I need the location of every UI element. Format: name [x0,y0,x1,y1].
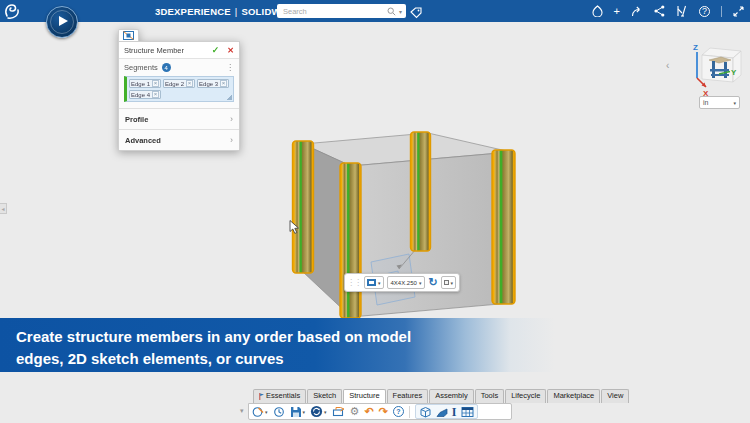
segment-chip[interactable]: Edge 3 × [197,79,229,88]
segment-chip[interactable]: Edge 4 × [129,90,161,99]
help-button[interactable]: ? [393,406,404,417]
resize-handle[interactable] [227,95,232,100]
fullscreen-toggle-icon[interactable] [733,6,744,17]
alignment-button[interactable]: ▾ [441,276,457,289]
structure-member-icon [123,31,134,40]
segments-selection-list[interactable]: Edge 1 × Edge 2 × Edge 3 × Edge 4 × [124,76,234,102]
orientation-triad[interactable]: Z X Y [693,43,741,98]
design-tools-icon[interactable] [676,5,688,17]
collapse-panel-icon[interactable]: ‹ [666,60,669,71]
tab-view[interactable]: View [601,389,629,403]
segment-chip[interactable]: Edge 2 × [163,79,195,88]
units-value: in [703,99,708,106]
segment-chip[interactable]: Edge 1 × [129,79,161,88]
brand-separator: | [235,6,238,17]
tab-lifecycle[interactable]: Lifecycle [505,389,546,403]
banner-line2: edges, 2D sketch elements, or curves [16,348,750,370]
rotate-profile-icon[interactable]: ↻ [428,277,437,288]
new-design-icon [252,406,264,418]
chevron-down-icon: ▾ [378,280,381,286]
frame-table-icon[interactable] [461,406,474,418]
mouse-cursor [289,220,299,234]
profile-shape-icon [367,279,376,286]
tag-icon[interactable] [410,7,422,19]
undo-icon[interactable]: ↶ [364,406,373,417]
alignment-icon [444,280,449,285]
tab-marketplace[interactable]: Marketplace [547,389,600,403]
export-icon [332,406,345,418]
tab-tools[interactable]: Tools [475,389,505,403]
context-mini-toolbar[interactable]: ⋮⋮ ▾ 4X4X.250 ▾ ↻ ▾ [344,273,460,292]
ribbon-tabs: Essentials Sketch Structure Features Ass… [253,389,629,403]
flag-icon [259,393,264,400]
tab-features[interactable]: Features [387,389,429,403]
panel-title: Structure Member [124,46,212,55]
segments-count-badge: 4 [162,63,171,72]
panel-tab[interactable] [118,29,139,41]
structure-member-panel: Structure Member ✓ ✕ Segments 4 ⋮ Edge 1… [118,29,240,151]
profile-section[interactable]: Profile › [119,108,239,129]
leader-line [397,249,417,269]
toolbar-divider [409,406,410,418]
structure-tools-group: I [415,404,478,419]
chip-remove-icon[interactable]: × [186,80,193,87]
save-icon [290,406,302,418]
chip-remove-icon[interactable]: × [152,80,159,87]
new-design-button[interactable]: ▾ [252,406,268,418]
chevron-down-icon: ▾ [451,280,454,286]
tab-structure[interactable]: Structure [343,389,385,404]
sync-icon [310,405,323,418]
help-icon[interactable]: ? [699,6,710,17]
confirm-icon[interactable]: ✓ [212,45,220,55]
tab-essentials[interactable]: Essentials [253,389,306,403]
share-forward-icon[interactable] [631,6,643,17]
3dexperience-compass-icon[interactable] [46,6,78,38]
units-dropdown[interactable]: in ▾ [699,96,740,109]
history-icon [273,406,285,418]
profile-size-value: 4X4X.250 [391,280,417,286]
add-icon[interactable]: + [614,6,620,17]
save-button[interactable]: ▾ [290,406,306,418]
box-frame-icon[interactable] [419,406,432,418]
tab-sketch[interactable]: Sketch [307,389,342,403]
search-input[interactable] [281,6,384,17]
chevron-down-icon: ▾ [419,280,422,286]
sync-button[interactable]: ▾ [310,405,327,418]
close-icon[interactable]: ✕ [227,46,234,55]
brand-platform: 3DEXPERIENCE [155,6,231,17]
tab-assembly[interactable]: Assembly [429,389,474,403]
banner-line1: Create structure members in any order ba… [16,326,750,348]
chevron-right-icon: › [230,114,233,124]
export-button[interactable] [332,406,345,418]
structure-member-1 [293,141,314,273]
ibeam-profile-icon[interactable]: I [452,406,457,418]
search-icon[interactable] [387,7,396,16]
profile-size-dropdown[interactable]: 4X4X.250 ▾ [387,276,426,289]
structure-member-3 [411,132,431,251]
chevron-right-icon: › [230,135,233,145]
axis-y-label: Y [731,68,737,77]
topbar-divider [721,6,722,17]
left-panel-handle[interactable]: ◂ [0,203,7,214]
structure-member-2 [340,163,361,318]
top-app-bar: 3DEXPERIENCE | SOLIDWORKS xFrame ▾ ▾ + [0,0,750,22]
history-button[interactable] [273,406,285,418]
redo-icon[interactable]: ↷ [379,406,388,417]
global-search[interactable]: ▾ [277,4,406,18]
search-scope-chevron-icon[interactable]: ▾ [399,8,402,15]
drag-handle-icon[interactable]: ⋮⋮ [347,279,361,287]
menu-dots-icon[interactable]: ⋮ [226,63,234,72]
share-network-icon[interactable] [654,5,665,17]
chip-remove-icon[interactable]: × [220,80,227,87]
settings-gear-icon[interactable]: ⚙ [350,406,360,417]
chip-remove-icon[interactable]: × [152,91,159,98]
notifications-icon[interactable] [592,5,603,17]
action-toolbar: ▾ ▾ ▾ ⚙ ↶ ↷ ? [248,403,512,420]
segments-label: Segments [124,63,158,72]
wedge-icon[interactable] [436,406,448,418]
profile-type-button[interactable]: ▾ [364,276,384,289]
toolbar-collapse-icon[interactable]: ▾ [240,407,244,415]
axis-z-label: Z [693,43,698,52]
chevron-down-icon: ▾ [733,100,736,106]
advanced-section[interactable]: Advanced › [119,129,239,150]
